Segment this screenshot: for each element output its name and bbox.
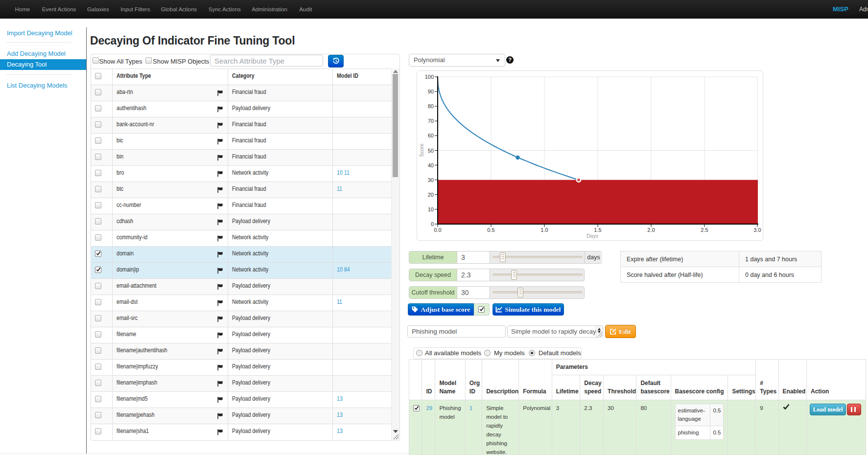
svg-text:60: 60 <box>428 133 434 138</box>
svg-text:2.0: 2.0 <box>647 227 655 233</box>
svg-text:40: 40 <box>428 162 434 168</box>
svg-text:50: 50 <box>428 148 434 154</box>
svg-text:30: 30 <box>428 177 434 183</box>
svg-text:10: 10 <box>428 206 434 212</box>
svg-text:3.0: 3.0 <box>753 227 761 233</box>
svg-text:Score: Score <box>419 143 424 157</box>
svg-text:80: 80 <box>428 103 434 109</box>
svg-text:70: 70 <box>428 118 434 124</box>
svg-text:0.0: 0.0 <box>434 227 441 233</box>
svg-text:1.0: 1.0 <box>540 227 548 233</box>
svg-text:0: 0 <box>431 221 434 227</box>
svg-text:Days: Days <box>586 233 598 239</box>
svg-text:0.5: 0.5 <box>487 227 494 233</box>
svg-text:2.5: 2.5 <box>701 227 708 233</box>
svg-text:20: 20 <box>428 192 434 198</box>
svg-text:1.5: 1.5 <box>594 227 601 233</box>
svg-text:100: 100 <box>425 74 434 80</box>
svg-text:90: 90 <box>428 89 434 94</box>
